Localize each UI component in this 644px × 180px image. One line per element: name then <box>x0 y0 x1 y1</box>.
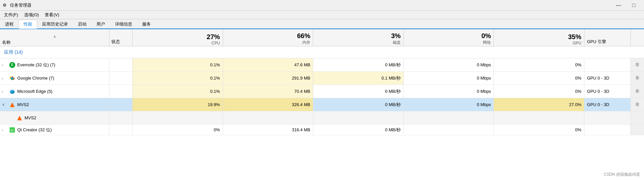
mvs2-sub-icon <box>17 115 23 121</box>
app-name: Google Chrome (7) <box>17 76 54 81</box>
cell-memory-evernote: 47.6 MB <box>223 58 314 71</box>
app-name: MVS2 <box>25 115 36 120</box>
cell-gpu-engine-chrome: GPU 0 - 3D <box>584 72 631 85</box>
disk-label: 磁盘 <box>393 40 401 45</box>
cell-extra-mvs2-sub <box>631 111 644 124</box>
cell-status-qt <box>109 125 133 135</box>
cell-cpu-qt: 0% <box>133 125 223 135</box>
network-label: 网络 <box>483 40 491 45</box>
minimize-button[interactable]: — <box>611 0 626 11</box>
chrome-icon <box>9 75 15 81</box>
network-percent: 0% <box>481 32 491 40</box>
cell-disk-qt: 0 MB/秒 <box>313 125 404 135</box>
cell-gpu-chrome: 0% <box>494 72 584 85</box>
cell-memory-chrome: 291.9 MB <box>223 72 314 85</box>
cpu-percent: 27% <box>207 33 220 41</box>
cell-network-edge: 0 Mbps <box>404 85 494 98</box>
cell-memory-qt: 316.4 MB <box>223 125 314 135</box>
cell-status-chrome <box>109 72 133 85</box>
cell-name-qt: › Qt Qt Creator (32 位) <box>0 125 109 135</box>
cell-extra-edge: 非 <box>631 85 644 98</box>
tab-bar: 进程 性能 应用历史记录 启动 用户 详细信息 服务 <box>0 19 644 29</box>
tab-details[interactable]: 详细信息 <box>110 19 137 29</box>
maximize-button[interactable]: □ <box>626 0 641 11</box>
cell-memory-mvs2-sub <box>223 111 314 124</box>
cell-gpu-engine-evernote <box>584 58 631 71</box>
cell-gpu-engine-qt <box>584 125 631 135</box>
cell-cpu-mvs2: 19.9% <box>133 98 223 111</box>
memory-label: 内存 <box>302 40 310 45</box>
menu-file[interactable]: 文件(F) <box>1 11 21 19</box>
cell-extra-qt <box>631 125 644 135</box>
col-disk-header[interactable]: 3% 磁盘 <box>313 29 404 46</box>
mvs2-icon <box>9 102 15 108</box>
cell-network-mvs2-sub <box>404 111 494 124</box>
menu-view[interactable]: 查看(V) <box>42 11 62 19</box>
cell-gpu-evernote: 0% <box>494 58 584 71</box>
cell-gpu-mvs2-sub <box>494 111 584 124</box>
col-status-header[interactable]: 状态 <box>109 29 133 46</box>
expand-icon[interactable]: › <box>2 76 7 80</box>
cell-network-mvs2: 0 Mbps <box>404 98 494 111</box>
cell-extra-mvs2: 非 <box>631 98 644 111</box>
cell-disk-chrome: 0.1 MB/秒 <box>313 72 404 85</box>
cell-status-evernote <box>109 58 133 71</box>
cell-network-chrome: 0 Mbps <box>404 72 494 85</box>
title-bar: ⚙ 任务管理器 — □ <box>0 0 644 11</box>
col-gpu-engine-header[interactable]: GPU 引擎 <box>584 29 631 46</box>
cell-name-edge: › Microsoft Edge (5) <box>0 85 109 98</box>
cell-status-mvs2-sub <box>109 111 133 124</box>
cell-cpu-evernote: 0.1% <box>133 58 223 71</box>
cell-cpu-edge: 0.1% <box>133 85 223 98</box>
menu-bar: 文件(F) 选项(O) 查看(V) <box>0 11 644 19</box>
sort-arrow-icon: ∧ <box>2 34 107 39</box>
col-gpu-header[interactable]: 35% GPU <box>494 29 584 46</box>
col-memory-header[interactable]: 66% 内存 <box>223 29 314 46</box>
cell-gpu-engine-edge: GPU 0 - 3D <box>584 85 631 98</box>
cell-disk-mvs2-sub <box>313 111 404 124</box>
section-header-label: 应用 (14) <box>4 49 23 55</box>
table-row[interactable]: ∨ MVS2 19.9% 326.4 MB 0 MB/秒 0 Mbps 27.0… <box>0 98 644 111</box>
table-header: ∧ 名称 状态 27% CPU 66% 内存 3% 磁盘 0% 网络 35% G… <box>0 29 644 46</box>
tab-app-history[interactable]: 应用历史记录 <box>37 19 73 29</box>
tab-startup[interactable]: 启动 <box>73 19 91 29</box>
cell-status-mvs2 <box>109 98 133 111</box>
cell-cpu-mvs2-sub <box>133 111 223 124</box>
app-name: MVS2 <box>17 102 29 107</box>
table-row[interactable]: MVS2 <box>0 111 644 125</box>
col-cpu-header[interactable]: 27% CPU <box>133 29 223 46</box>
cell-gpu-engine-mvs2: GPU 0 - 3D <box>584 98 631 111</box>
svg-marker-5 <box>17 116 22 120</box>
qt-icon: Qt <box>9 127 15 133</box>
tab-process[interactable]: 进程 <box>0 19 19 29</box>
cell-extra-evernote: 非 <box>631 58 644 71</box>
menu-options[interactable]: 选项(O) <box>22 11 42 19</box>
tab-services[interactable]: 服务 <box>137 19 156 29</box>
app-name: Microsoft Edge (5) <box>17 89 52 94</box>
app-icon: ⚙ <box>3 3 8 8</box>
cell-network-qt <box>404 125 494 135</box>
col-name-header[interactable]: ∧ 名称 <box>0 29 109 46</box>
table-row[interactable]: › E Evernote (32 位) (7) 0.1% 47.6 MB 0 M… <box>0 58 644 72</box>
status-column-label: 状态 <box>111 39 120 45</box>
expand-icon[interactable]: › <box>2 128 7 132</box>
tab-performance[interactable]: 性能 <box>19 20 37 29</box>
cell-name-mvs2-sub: MVS2 <box>0 111 109 124</box>
cell-memory-edge: 70.4 MB <box>223 85 314 98</box>
cell-network-evernote: 0 Mbps <box>404 58 494 71</box>
title-bar-controls: — □ <box>611 0 641 11</box>
gpu-engine-label: GPU 引擎 <box>587 39 606 45</box>
section-header-apps: 应用 (14) <box>0 46 644 58</box>
table-row[interactable]: › Microsoft Edge (5) <box>0 85 644 98</box>
expand-icon[interactable]: › <box>2 90 7 93</box>
cell-name-chrome: › Google Chrome (7) <box>0 72 109 85</box>
expand-icon[interactable]: ∨ <box>2 102 7 107</box>
table-row[interactable]: › Google Chrome (7) 0.1% 291.9 MB 0.1 MB… <box>0 72 644 85</box>
tab-users[interactable]: 用户 <box>91 19 110 29</box>
cell-cpu-chrome: 0.1% <box>133 72 223 85</box>
expand-icon[interactable]: › <box>2 63 7 67</box>
gpu-percent: 35% <box>568 33 581 41</box>
table-row[interactable]: › Qt Qt Creator (32 位) 0% 316.4 MB 0 MB/… <box>0 125 644 135</box>
col-network-header[interactable]: 0% 网络 <box>404 29 494 46</box>
edge-icon <box>9 89 15 94</box>
